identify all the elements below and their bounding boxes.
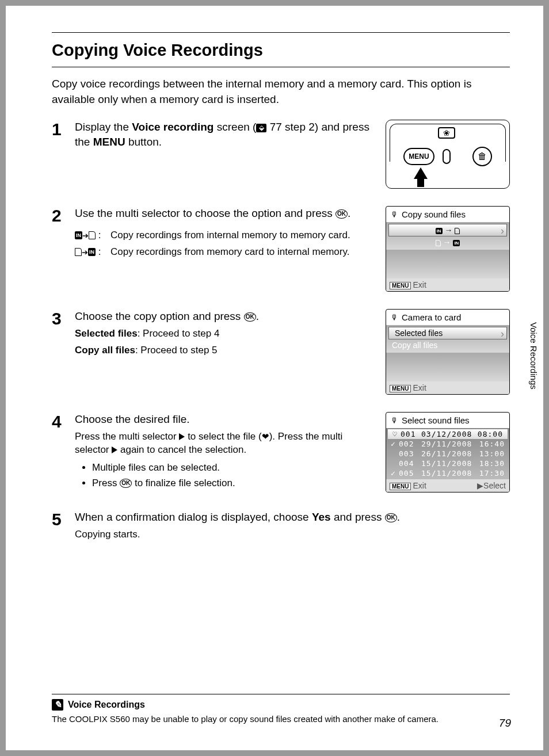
menu-word: MENU [93, 136, 125, 148]
triangle-right-icon [112, 446, 117, 453]
menu-button-illustration: MENU [403, 148, 434, 165]
internal-icon: IN [75, 231, 82, 239]
step-5-text: When a confirmation dialog is displayed,… [75, 510, 510, 525]
text: to select the file ( [185, 431, 261, 442]
ok-icon: OK [336, 209, 348, 219]
step-number: 4 [52, 412, 75, 492]
exit-label: Exit [413, 280, 426, 289]
lcd-file-row: 00326/11/200813:00 [386, 449, 509, 459]
text: When a confirmation dialog is displayed,… [75, 511, 312, 523]
step-5-body: Copying starts. [75, 528, 510, 541]
text: . [348, 207, 350, 219]
text: Copy recordings from internal memory to … [110, 229, 376, 242]
intro-paragraph: Copy voice recordings between the intern… [52, 77, 510, 107]
step-number: 5 [52, 510, 75, 541]
page-title: Copying Voice Recordings [52, 37, 510, 67]
text: to finalize file selection. [132, 478, 235, 488]
step-1: 1 Display the Voice recording screen (⬙ … [52, 120, 510, 189]
step-5: 5 When a confirmation dialog is displaye… [52, 510, 510, 541]
lcd-file-row: ♡00103/12/200808:00 [388, 429, 508, 439]
lcd-title: Select sound files [402, 415, 470, 425]
lcd-screen-camera-to-card: 🎙Camera to card Selected files Copy all … [386, 309, 510, 395]
text: Press the multi selector [75, 431, 179, 442]
card-icon [89, 231, 96, 239]
heart-check-icon: ❤ [262, 432, 269, 441]
text: Selected files [75, 328, 138, 339]
text: . [256, 310, 259, 322]
step-3-text: Choose the copy option and press OK. [75, 309, 376, 324]
text: Voice recording [132, 121, 214, 133]
lcd-row: → IN [386, 236, 509, 248]
card-icon [75, 248, 82, 256]
note-text: The COOLPIX S560 may be unable to play o… [52, 714, 510, 724]
arrow-up-icon [414, 167, 428, 179]
menu-tag: MENU [390, 282, 411, 289]
page-number: 79 [499, 717, 511, 730]
exit-label: Exit [413, 383, 426, 392]
mic-icon: 🎙 [391, 313, 398, 322]
side-tab: Voice Recordings [529, 322, 539, 390]
mic-icon: 🎙 [391, 416, 398, 425]
text: again to cancel the selection. [117, 444, 246, 455]
text: button. [125, 136, 162, 148]
text: : Proceed to step 4 [138, 328, 220, 339]
step-1-text: Display the Voice recording screen (⬙ 77… [75, 120, 376, 149]
text: Press [92, 478, 120, 488]
step-4-body: Press the multi selector to select the f… [75, 430, 376, 457]
note-title: Voice Recordings [68, 700, 145, 710]
bullet: Press OK to finalize file selection. [92, 477, 376, 490]
ok-icon: OK [244, 312, 256, 322]
ok-icon: OK [385, 513, 397, 522]
footnote: ✎ Voice Recordings The COOLPIX S560 may … [52, 694, 510, 724]
lcd-row-selected: Selected files [388, 327, 507, 339]
mic-icon: 🎙 [391, 210, 398, 219]
macro-icon: ❀ [438, 127, 455, 139]
step-4: 4 Choose the desired file. Press the mul… [52, 412, 510, 492]
arrow-right-icon: ➔ [82, 248, 88, 257]
trash-icon: 🗑 [472, 147, 492, 166]
triangle-right-icon [179, 433, 185, 440]
lcd-title: Copy sound files [402, 209, 466, 219]
arrow-stem [417, 178, 424, 187]
select-label: ▶Select [477, 481, 506, 490]
copy-direction-row: ➔IN : Copy recordings from memory card t… [75, 246, 376, 259]
step-4-heading: Choose the desired file. [75, 412, 376, 427]
page-ref: 77 [270, 121, 282, 133]
step-2: 2 Use the multi selector to choose the o… [52, 206, 510, 292]
text: : Proceed to step 5 [135, 345, 218, 356]
arrow-right-icon: ➔ [82, 231, 89, 240]
pill-button-illustration [443, 149, 451, 164]
step-number: 3 [52, 309, 75, 395]
step-2-text: Use the multi selector to choose the opt… [75, 206, 376, 221]
text: screen ( [214, 121, 256, 133]
lcd-title: Camera to card [402, 312, 461, 322]
text: Copy recordings from memory card to inte… [110, 246, 376, 259]
menu-tag: MENU [390, 385, 411, 392]
lcd-screen-select-files: 🎙Select sound files ♡00103/12/200808:00✓… [386, 412, 510, 492]
copy-direction-row: IN➔ : Copy recordings from internal memo… [75, 229, 376, 242]
text: Copy all files [75, 345, 135, 356]
lcd-row: Copy all files [386, 339, 509, 351]
step-3: 3 Choose the copy option and press OK. S… [52, 309, 510, 395]
menu-tag: MENU [390, 483, 411, 490]
step-number: 1 [52, 120, 75, 189]
lcd-file-row: 00415/11/200818:30 [386, 459, 509, 468]
selected-files-line: Selected files: Proceed to step 4 [75, 327, 376, 341]
text: Yes [312, 511, 331, 523]
text: Choose the copy option and press [75, 310, 244, 322]
internal-icon: IN [88, 248, 96, 256]
text: Display the [75, 121, 132, 133]
text: and press [331, 511, 385, 523]
pencil-icon: ✎ [52, 699, 63, 711]
text: Use the multi selector to choose the opt… [75, 207, 336, 219]
lcd-screen-copy-sound: 🎙Copy sound files IN → → IN MENUExit [386, 206, 510, 292]
page-ref-icon: ⬙ [256, 124, 266, 132]
bullet: Multiple files can be selected. [92, 461, 376, 475]
copy-all-line: Copy all files: Proceed to step 5 [75, 344, 376, 357]
text: . [397, 511, 400, 523]
camera-illustration: ❀ MENU 🗑 [386, 120, 510, 189]
lcd-file-row: ✓00515/11/200817:30 [386, 468, 509, 478]
exit-label: Exit [413, 481, 426, 490]
step-number: 2 [52, 206, 75, 292]
lcd-row-selected: IN → [388, 224, 507, 236]
